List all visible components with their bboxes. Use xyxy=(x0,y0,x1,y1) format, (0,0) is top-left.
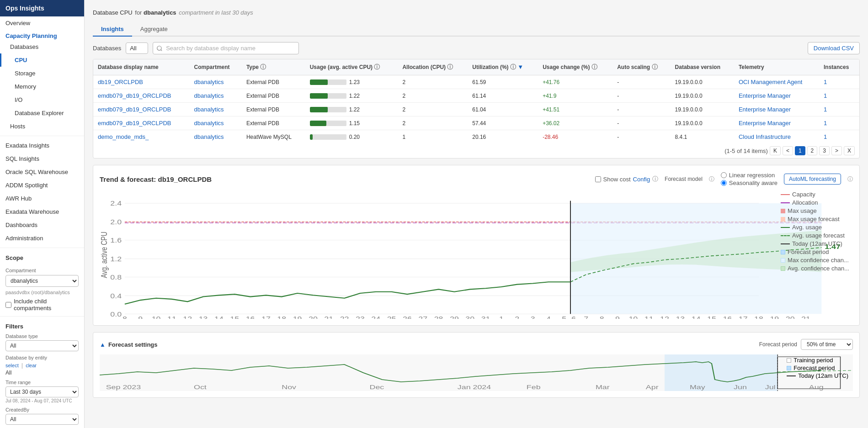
svg-text:Nov: Nov xyxy=(282,384,296,390)
db-name-link[interactable]: emdb079_db19_ORCLPDB xyxy=(98,92,171,99)
time-range-label: Time range xyxy=(5,380,79,385)
telemetry-link[interactable]: Cloud Infrastructure xyxy=(739,133,791,140)
collapse-icon[interactable]: ▲ xyxy=(100,341,106,348)
compartment-link[interactable]: dbanalytics xyxy=(194,120,224,127)
page-2-btn[interactable]: 2 xyxy=(807,146,818,155)
sidebar-item-hosts[interactable]: Hosts xyxy=(0,120,84,133)
page-1-btn[interactable]: 1 xyxy=(795,146,805,155)
compartment-info: paasdvdbx (root)/dbanalytics xyxy=(0,289,84,296)
telemetry-link[interactable]: OCI Management Agent xyxy=(739,79,802,85)
db-name-link[interactable]: db19_ORCLPDB xyxy=(98,79,143,85)
db-type-select[interactable]: All xyxy=(5,340,79,351)
page-next-btn[interactable]: > xyxy=(831,146,842,155)
created-by-select[interactable]: All xyxy=(5,414,79,425)
forecast-linear-radio[interactable] xyxy=(721,172,727,178)
compartment-link[interactable]: dbanalytics xyxy=(194,79,224,85)
legend-max-confidence-label: Max confidence chan... xyxy=(788,257,849,264)
table-row: db19_ORCLPDB dbanalytics External PDB 1.… xyxy=(93,75,859,89)
instances-link[interactable]: 1 xyxy=(824,79,827,85)
compartment-select[interactable]: dbanalytics xyxy=(5,275,79,287)
db-name-link[interactable]: emdb079_db19_ORCLPDB xyxy=(98,120,171,127)
legend-today-label: Today (12am UTC) xyxy=(792,240,842,247)
cell-type: External PDB xyxy=(242,75,305,89)
table-row: emdb079_db19_ORCLPDB dbanalytics Externa… xyxy=(93,89,859,103)
col-utilization: Utilization (%) ⓘ ▼ xyxy=(468,59,538,75)
legend-avg-confidence: Avg. confidence chan... xyxy=(781,265,849,272)
sidebar-item-databases[interactable]: Databases xyxy=(0,40,84,53)
tab-aggregate[interactable]: Aggregate xyxy=(132,22,176,37)
sidebar-item-io[interactable]: I/O xyxy=(0,93,84,106)
sidebar-item-dashboards[interactable]: Dashboards xyxy=(0,218,84,232)
svg-text:10: 10 xyxy=(628,315,638,319)
forecast-seasonal-option[interactable]: Seasonality aware xyxy=(721,180,777,186)
forecast-settings-label: Forecast settings xyxy=(108,341,158,348)
sidebar-item-cpu[interactable]: CPU xyxy=(0,53,84,67)
tab-insights[interactable]: Insights xyxy=(93,22,132,37)
scope-label: Scope xyxy=(0,251,84,263)
legend-capacity: Capacity xyxy=(781,191,849,198)
time-range-select[interactable]: Last 30 days xyxy=(5,386,79,397)
include-child-checkbox[interactable] xyxy=(5,302,11,308)
svg-text:20: 20 xyxy=(309,315,318,319)
page-3-btn[interactable]: 3 xyxy=(819,146,830,155)
include-child-label[interactable]: Include child compartments xyxy=(0,296,84,313)
sidebar-item-storage[interactable]: Storage xyxy=(0,67,84,80)
sidebar-item-exadata-insights[interactable]: Exadata Insights xyxy=(0,139,84,152)
config-label[interactable]: Config xyxy=(633,176,650,183)
forecast-period-select[interactable]: 50% of time 25% of time 75% of time xyxy=(801,339,853,350)
automl-button[interactable]: AutoML forecasting xyxy=(784,174,841,185)
cell-allocation: 1 xyxy=(398,130,468,144)
forecast-seasonal-radio[interactable] xyxy=(721,180,727,186)
compartment-link[interactable]: dbanalytics xyxy=(194,92,224,99)
svg-text:8: 8 xyxy=(600,315,604,319)
telemetry-link[interactable]: Enterprise Manager xyxy=(739,120,791,127)
cell-compartment: dbanalytics xyxy=(190,103,242,116)
sidebar-item-exadata-warehouse[interactable]: Exadata Warehouse xyxy=(0,205,84,218)
sidebar-item-awr-hub[interactable]: AWR Hub xyxy=(0,192,84,205)
svg-text:3: 3 xyxy=(531,315,535,319)
mini-legend-today-label: Today (12am UTC) xyxy=(798,372,848,379)
cell-usage: 0.20 xyxy=(305,130,398,144)
page-first-btn[interactable]: K xyxy=(770,146,781,155)
instances-link[interactable]: 1 xyxy=(824,133,827,140)
cell-compartment: dbanalytics xyxy=(190,75,242,89)
compartment-link[interactable]: dbanalytics xyxy=(194,133,224,140)
mini-legend-forecast-label: Forecast period xyxy=(793,365,835,371)
sidebar-item-oracle-sql-warehouse[interactable]: Oracle SQL Warehouse xyxy=(0,165,84,179)
cell-db-name: emdb079_db19_ORCLPDB xyxy=(93,103,190,116)
telemetry-link[interactable]: Enterprise Manager xyxy=(739,106,791,113)
db-name-link[interactable]: demo_mode_mds_ xyxy=(98,133,149,140)
instances-link[interactable]: 1 xyxy=(824,106,827,113)
cell-usage: 1.22 xyxy=(305,103,398,116)
cell-allocation: 2 xyxy=(398,103,468,116)
show-cost-checkbox[interactable] xyxy=(595,176,601,182)
compartment-label: Compartment xyxy=(5,268,79,273)
instances-link[interactable]: 1 xyxy=(824,120,827,127)
sidebar-item-addm-spotlight[interactable]: ADDM Spotlight xyxy=(0,179,84,192)
page-prev-btn[interactable]: < xyxy=(783,146,793,155)
instances-link[interactable]: 1 xyxy=(824,92,827,99)
sidebar-item-sql-insights[interactable]: SQL Insights xyxy=(0,152,84,165)
download-csv-button[interactable]: Download CSV xyxy=(808,42,860,54)
sidebar-item-database-explorer[interactable]: Database Explorer xyxy=(0,106,84,120)
search-input[interactable] xyxy=(153,42,299,54)
telemetry-link[interactable]: Enterprise Manager xyxy=(739,92,791,99)
forecast-linear-option[interactable]: Linear regression xyxy=(721,172,777,179)
db-name-link[interactable]: emdb079_db19_ORCLPDB xyxy=(98,106,171,113)
svg-text:Dec: Dec xyxy=(370,384,384,390)
sidebar-item-capacity-planning[interactable]: Capacity Planning xyxy=(0,30,84,40)
sidebar-item-memory[interactable]: Memory xyxy=(0,80,84,93)
sidebar-item-overview[interactable]: Overview xyxy=(0,16,84,30)
table-row: emdb079_db19_ORCLPDB dbanalytics Externa… xyxy=(93,116,859,130)
legend-max-usage-forecast-box xyxy=(781,217,785,222)
db-entity-select-link[interactable]: select xyxy=(5,363,19,368)
sidebar-item-administration[interactable]: Administration xyxy=(0,232,84,245)
db-entity-clear-link[interactable]: clear xyxy=(26,363,37,368)
svg-text:29: 29 xyxy=(450,315,459,319)
compartment-link[interactable]: dbanalytics xyxy=(194,106,224,113)
svg-text:15: 15 xyxy=(230,315,239,319)
legend-avg-usage-forecast-label: Avg. usage forecast xyxy=(792,232,845,239)
svg-text:2.4: 2.4 xyxy=(110,200,122,207)
page-last-btn[interactable]: X xyxy=(844,146,855,155)
databases-select[interactable]: All xyxy=(126,42,148,54)
